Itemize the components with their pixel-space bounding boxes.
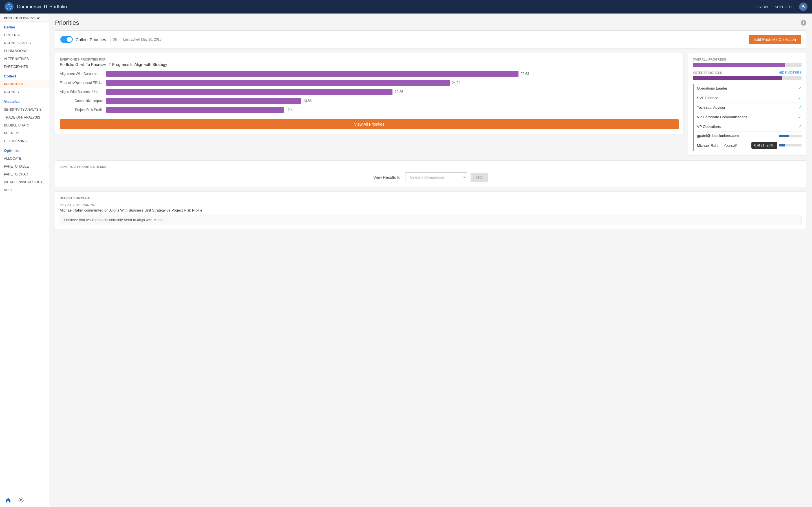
- svg-point-2: [20, 499, 22, 501]
- app-title: Commercial IT Portfolio: [17, 4, 756, 10]
- voter-check-icon: ✓: [798, 86, 802, 91]
- sidebar-item-trade-off-analysis[interactable]: TRADE OFF ANALYSIS: [0, 114, 49, 121]
- voter-check-icon: ✓: [798, 105, 802, 110]
- sidebar-item-criteria[interactable]: CRITERIA: [0, 31, 49, 39]
- voter-name: VP Operations: [697, 124, 798, 129]
- recent-comments-label: RECENT COMMENTS: [60, 196, 802, 200]
- progress-card: OVERALL PROGRESS VOTER PROGRESS HIDE VOT…: [688, 53, 806, 156]
- sidebar-item-bubble-chart[interactable]: BUBBLE CHART: [0, 121, 49, 129]
- voter-mini-bar: [779, 135, 802, 137]
- voter-bar-wrap: 6 of 21 (28%): [751, 142, 802, 149]
- app-logo[interactable]: [4, 2, 13, 11]
- sidebar-item-sensitivity-analysis[interactable]: SENSITIVITY ANALYSIS: [0, 106, 49, 114]
- bar-label: Alignment With Corporate S...: [60, 72, 106, 76]
- bar-label: Project Risk Profile: [60, 108, 106, 112]
- voter-name: Operations Leader: [697, 86, 798, 91]
- voter-name: Technical Advisor: [697, 105, 798, 110]
- support-link[interactable]: SUPPORT: [774, 5, 792, 9]
- sidebar-item-participants[interactable]: PARTICIPANTS: [0, 63, 49, 71]
- last-edited: Last Edited May 20, 2016: [123, 38, 749, 41]
- bar-fill: [106, 89, 393, 95]
- sidebar-footer: [0, 494, 49, 507]
- everyone-priorities-label: EVERYONE'S PRIORITIES FOR:: [60, 58, 679, 61]
- bar-value: 29.63: [521, 72, 529, 76]
- sidebar-item-submissions[interactable]: SUBMISSIONS: [0, 47, 49, 55]
- hide-voters-btn[interactable]: HIDE VOTERS: [779, 71, 802, 75]
- voter-check-icon: ✓: [798, 95, 802, 101]
- bar-label: Aligns With Business Unit S...: [60, 90, 106, 94]
- voter-row: VP Corporate Communications ✓: [697, 112, 802, 122]
- bar-row: Alignment With Corporate S... 29.63: [60, 71, 679, 77]
- comments-section: RECENT COMMENTS May 23, 2016, 2:44 PM Mi…: [55, 191, 806, 230]
- sidebar-section-visualize: Visualize: [0, 96, 49, 106]
- bar-fill: [106, 80, 450, 86]
- comment-more-link[interactable]: More...: [153, 218, 165, 222]
- bar-wrap: 12.4: [106, 107, 679, 113]
- jump-section: JUMP TO A PRIORITIES RESULT View Results…: [55, 160, 806, 187]
- voter-mini-bar-fill: [779, 135, 789, 137]
- voter-row: Operations Leader ✓: [697, 83, 802, 93]
- overall-progress-label: OVERALL PROGRESS: [693, 58, 802, 61]
- sidebar-item-pareto-chart[interactable]: PARETO CHART: [0, 170, 49, 178]
- bar-value: 13.88: [303, 99, 312, 103]
- bar-label: Competitive Impact: [60, 99, 106, 103]
- learn-link[interactable]: LEARN: [756, 5, 768, 9]
- voter-progress-bar: [693, 76, 802, 80]
- jump-label: JUMP TO A PRIORITIES RESULT: [60, 165, 802, 168]
- voter-progress-fill: [693, 76, 782, 80]
- two-col-layout: EVERYONE'S PRIORITIES FOR: Portfolio Goa…: [55, 53, 806, 156]
- comment-date: May 23, 2016, 2:44 PM: [60, 203, 802, 207]
- progress-col: OVERALL PROGRESS VOTER PROGRESS HIDE VOT…: [688, 53, 806, 156]
- info-icon[interactable]: i: [801, 20, 806, 25]
- sidebar-section-collect: Collect: [0, 71, 49, 80]
- bar-wrap: 19.86: [106, 89, 679, 95]
- voter-progress-label: VOTER PROGRESS: [693, 71, 779, 74]
- voter-list: Operations Leader ✓ SVP Finance ✓ Techni…: [693, 83, 802, 151]
- view-results-label: View Results for: [373, 175, 402, 180]
- go-button[interactable]: GO: [470, 173, 488, 182]
- sidebar-item-alternatives[interactable]: ALTERNATIVES: [0, 55, 49, 63]
- sidebar-item-geomapping[interactable]: GEOMAPPING: [0, 137, 49, 145]
- comparison-select[interactable]: Select a Comparison: [405, 172, 467, 182]
- bar-row: Competitive Impact 13.88: [60, 98, 679, 104]
- portfolio-overview-link[interactable]: PORTFOLIO OVERVIEW: [0, 13, 49, 22]
- sidebar-item-metrics[interactable]: METRICS: [0, 129, 49, 137]
- sidebar-item-pareto-table[interactable]: PARETO TABLE: [0, 163, 49, 170]
- sidebar-item-ratings[interactable]: RATINGS: [0, 88, 49, 96]
- settings-icon[interactable]: [18, 497, 24, 504]
- voter-name: Michael Rahm - Yourself: [697, 144, 751, 148]
- sidebar-item-rating-scales[interactable]: RATING SCALES: [0, 39, 49, 47]
- voter-name: gpatel@decisionlens.com: [697, 133, 779, 138]
- edit-priorities-btn[interactable]: Edit Priorities Collection: [749, 35, 801, 44]
- voter-name: VP Corporate Communications: [697, 115, 798, 119]
- collect-label: Collect Priorities: [75, 37, 106, 42]
- user-avatar[interactable]: [799, 3, 808, 11]
- bar-wrap: 29.63: [106, 71, 679, 77]
- voter-row: Technical Advisor ✓: [697, 103, 802, 112]
- home-icon[interactable]: [5, 497, 11, 504]
- overall-progress-bar: [693, 63, 802, 67]
- priorities-chart-card: EVERYONE'S PRIORITIES FOR: Portfolio Goa…: [55, 53, 683, 134]
- voter-mini-bar: [779, 144, 802, 147]
- bar-fill: [106, 98, 301, 104]
- voter-row: SVP Finance ✓: [697, 93, 802, 103]
- comment-author: Michael Rahm commented on Aligns With Bu…: [60, 208, 802, 212]
- nav-links: LEARN SUPPORT: [756, 3, 808, 11]
- voter-bar-wrap: [779, 135, 802, 137]
- bar-wrap: 24.24: [106, 80, 679, 86]
- sidebar-item-priorities[interactable]: PRIORITIES: [0, 80, 49, 88]
- page-title: Priorities: [55, 19, 801, 26]
- sidebar-item-vroi[interactable]: VROI: [0, 186, 49, 194]
- sidebar-item-whats-in-out[interactable]: WHAT'S IN/WHAT'S OUT: [0, 178, 49, 186]
- sidebar: PORTFOLIO OVERVIEW Define CRITERIA RATIN…: [0, 13, 49, 507]
- voter-check-icon: ✓: [798, 124, 802, 129]
- sidebar-item-allocate[interactable]: ALLOCATE: [0, 155, 49, 163]
- voter-check-icon: ✓: [798, 114, 802, 120]
- voter-row: Michael Rahm - Yourself 6 of 21 (28%): [697, 140, 802, 151]
- page-title-row: Priorities i: [55, 19, 806, 26]
- view-all-priorities-btn[interactable]: View All Priorities: [60, 119, 679, 129]
- collect-toggle[interactable]: [60, 36, 73, 43]
- collect-bar: Collect Priorities ON Last Edited May 20…: [55, 31, 806, 48]
- voter-header: VOTER PROGRESS HIDE VOTERS: [693, 71, 802, 75]
- voter-row: gpatel@decisionlens.com: [697, 131, 802, 140]
